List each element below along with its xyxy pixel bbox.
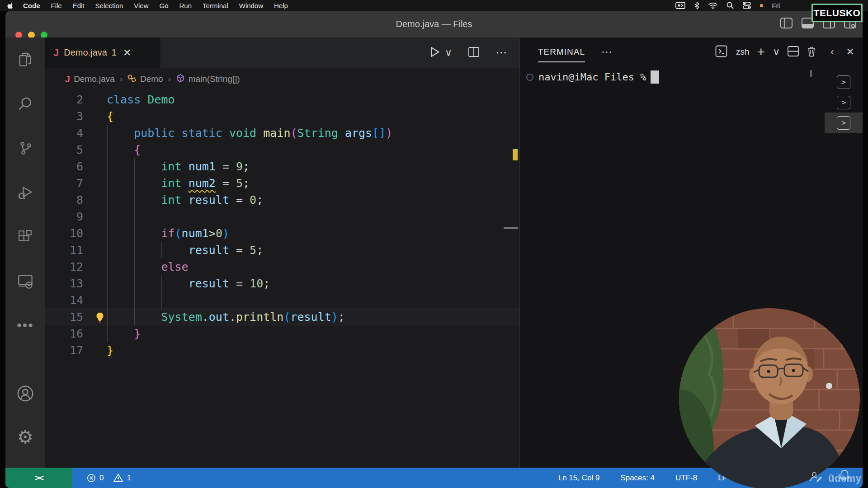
code-editor[interactable]: 2class Demo3{4 public static void main(S… — [45, 90, 519, 468]
cursor-position[interactable]: Ln 15, Col 9 — [558, 474, 600, 483]
line-number[interactable]: 12 — [45, 260, 92, 273]
tab-demo-java[interactable]: J Demo.java 1 ✕ — [45, 38, 161, 68]
line-number[interactable]: 7 — [45, 177, 92, 190]
line-number[interactable]: 8 — [45, 193, 92, 206]
screen-mirror-icon[interactable] — [675, 2, 685, 9]
line-number[interactable]: 2 — [45, 93, 92, 106]
run-button[interactable] — [429, 46, 440, 60]
settings-button[interactable]: ⚙ — [5, 415, 45, 459]
code-line-6[interactable]: 6 int num1 = 9; — [45, 158, 519, 175]
editor-scrollbar-handle[interactable] — [504, 227, 518, 229]
code-line-9[interactable]: 9 — [45, 208, 519, 225]
warning-count: 1 — [127, 474, 131, 483]
remote-explorer-icon — [17, 273, 33, 289]
toggle-sidebar-icon[interactable] — [780, 18, 793, 28]
breadcrumb-file[interactable]: J Demo.java — [65, 74, 115, 84]
tab-close-icon[interactable]: ✕ — [123, 47, 131, 59]
extensions-icon — [18, 229, 33, 244]
more-actions-icon[interactable]: ⋯ — [495, 46, 508, 60]
panel-chevron-left-icon[interactable]: ‹ — [830, 46, 834, 58]
code-line-7[interactable]: 7 int num2 = 5; — [45, 175, 519, 192]
encoding-setting[interactable]: UTF-8 — [675, 474, 697, 483]
apple-menu-icon[interactable] — [7, 2, 14, 9]
remote-indicator[interactable]: >< — [5, 468, 72, 488]
new-terminal-icon[interactable]: + — [757, 44, 765, 60]
sidebar-item-more[interactable]: ••• — [5, 303, 45, 347]
shell-name[interactable]: zsh — [736, 47, 750, 57]
code-line-2[interactable]: 2class Demo — [45, 91, 519, 108]
sidebar-item-explorer[interactable] — [5, 38, 45, 82]
code-line-5[interactable]: 5 { — [45, 141, 519, 158]
search-icon[interactable] — [726, 2, 734, 9]
menu-item-terminal[interactable]: Terminal — [197, 2, 234, 9]
sidebar-item-search[interactable] — [5, 82, 45, 126]
menu-item-code[interactable]: Code — [18, 2, 46, 9]
line-number[interactable]: 14 — [45, 294, 92, 307]
indentation-setting[interactable]: Spaces: 4 — [620, 474, 655, 483]
code-line-4[interactable]: 4 public static void main(String args[]) — [45, 125, 519, 141]
window-titlebar[interactable]: Demo.java — Files — [5, 11, 863, 38]
line-number[interactable]: 3 — [45, 110, 92, 123]
menu-item-help[interactable]: Help — [269, 2, 293, 9]
code-line-15[interactable]: 15 System.out.println(result); — [45, 309, 519, 325]
sidebar-item-source-control[interactable] — [5, 126, 45, 170]
account-button[interactable] — [5, 372, 45, 415]
bluetooth-icon[interactable] — [694, 2, 699, 9]
sidebar-item-remote-explorer[interactable] — [5, 259, 45, 303]
close-panel-icon[interactable]: ✕ — [846, 46, 854, 58]
line-number[interactable]: 11 — [45, 244, 92, 257]
menubar-clock[interactable]: Fri — [772, 2, 780, 9]
menu-item-window[interactable]: Window — [234, 2, 269, 9]
code-line-14[interactable]: 14 — [45, 292, 519, 309]
line-number[interactable]: 13 — [45, 277, 92, 290]
menu-item-go[interactable]: Go — [154, 2, 174, 9]
terminal-session-1[interactable]: > — [825, 72, 863, 92]
feedback-smiley-icon[interactable] — [809, 471, 822, 484]
terminal-prompt: navin@iMac Files % — [538, 71, 646, 83]
line-number[interactable]: 16 — [45, 327, 92, 340]
line-number[interactable]: 4 — [45, 127, 92, 140]
menu-items: CodeFileEditSelectionViewGoRunTerminalWi… — [18, 2, 293, 9]
sidebar-item-run-debug[interactable] — [5, 170, 45, 215]
line-number[interactable]: 17 — [45, 344, 92, 357]
code-line-8[interactable]: 8 int result = 0; — [45, 192, 519, 208]
code-line-17[interactable]: 17} — [45, 342, 519, 359]
menu-item-file[interactable]: File — [46, 2, 67, 9]
menu-item-view[interactable]: View — [128, 2, 154, 9]
wifi-icon[interactable] — [708, 2, 717, 9]
breadcrumb-method[interactable]: main(String[]) — [176, 74, 240, 85]
code-line-13[interactable]: 13 result = 10; — [45, 275, 519, 292]
code-line-11[interactable]: 11 result = 5; — [45, 242, 519, 258]
line-number[interactable]: 6 — [45, 160, 92, 173]
lightbulb-icon[interactable] — [94, 311, 106, 326]
ellipsis-icon: ••• — [17, 321, 34, 330]
code-line-3[interactable]: 3{ — [45, 108, 519, 125]
telusko-logo: TELUSKO — [811, 4, 863, 22]
menu-item-run[interactable]: Run — [174, 2, 198, 9]
breadcrumb-class[interactable]: Demo — [127, 74, 163, 85]
menu-item-edit[interactable]: Edit — [67, 2, 90, 9]
code-line-16[interactable]: 16 } — [45, 325, 519, 342]
kill-terminal-icon[interactable] — [807, 46, 816, 59]
terminal-session-3[interactable]: > — [825, 113, 863, 133]
line-number[interactable]: 10 — [45, 227, 92, 240]
tab-terminal[interactable]: TERMINAL — [538, 47, 585, 57]
line-number[interactable]: 15 — [45, 310, 92, 324]
sidebar-item-extensions[interactable] — [5, 215, 45, 259]
terminal-session-2[interactable]: > — [825, 92, 863, 113]
problems-status[interactable]: 0 1 — [87, 474, 131, 483]
code-line-12[interactable]: 12 else — [45, 258, 519, 275]
line-number[interactable]: 9 — [45, 210, 92, 223]
split-editor-icon[interactable] — [468, 47, 479, 59]
control-center-icon[interactable] — [743, 2, 751, 9]
terminal-scrollbar[interactable] — [810, 70, 812, 77]
launch-profile-dropdown-icon[interactable]: ∨ — [773, 46, 780, 58]
notifications-bell-icon[interactable] — [839, 469, 850, 483]
split-terminal-icon[interactable] — [788, 46, 799, 58]
panel-more-icon[interactable]: ⋯ — [601, 46, 613, 58]
terminal-session-icon: > — [837, 116, 850, 130]
run-dropdown-icon[interactable]: ∨ — [445, 47, 452, 59]
code-line-10[interactable]: 10 if(num1>0) — [45, 225, 519, 242]
line-number[interactable]: 5 — [45, 143, 92, 156]
menu-item-selection[interactable]: Selection — [90, 2, 129, 9]
